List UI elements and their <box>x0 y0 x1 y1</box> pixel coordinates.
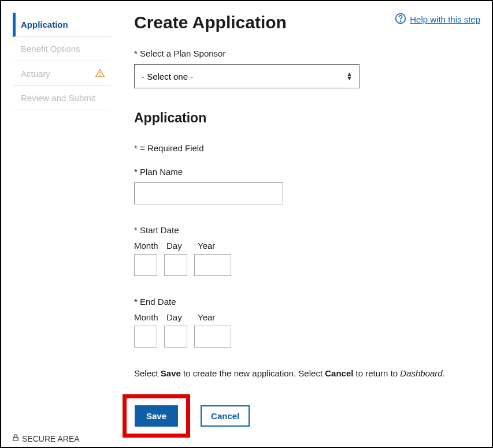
main-content: Create Application Help with this step *… <box>134 13 480 438</box>
sidebar-item-application[interactable]: Application <box>13 13 111 37</box>
secure-area-label: SECURE AREA <box>22 434 80 443</box>
save-highlight: Save <box>123 394 190 438</box>
plan-name-label: * Plan Name <box>134 167 480 177</box>
section-heading: Application <box>134 110 480 126</box>
start-month-input[interactable] <box>134 254 157 276</box>
sidebar-item-label: Review and Submit <box>21 93 95 103</box>
start-date-label: * Start Date <box>134 225 480 235</box>
secure-area-footer: SECURE AREA <box>12 434 80 443</box>
save-button[interactable]: Save <box>135 405 178 427</box>
end-month-input[interactable] <box>134 326 157 348</box>
sidebar: Application Benefit Options Actuary Revi… <box>13 13 111 438</box>
help-icon <box>395 13 406 26</box>
sidebar-item-benefit-options[interactable]: Benefit Options <box>13 37 111 61</box>
required-note: * = Required Field <box>134 143 480 153</box>
sidebar-item-label: Actuary <box>21 69 50 79</box>
sidebar-item-label: Application <box>21 20 68 29</box>
instruction-text: Select Save to create the new applicatio… <box>134 368 480 378</box>
page-title: Create Application <box>134 13 287 32</box>
end-day-label: Day <box>166 312 198 322</box>
start-year-input[interactable] <box>194 254 231 276</box>
svg-point-3 <box>401 21 401 21</box>
end-date-label: * End Date <box>134 297 480 307</box>
plan-name-input[interactable] <box>134 182 283 204</box>
end-year-label: Year <box>198 312 238 322</box>
sponsor-label: * Select a Plan Sponsor <box>134 48 480 58</box>
lock-icon <box>12 434 20 443</box>
start-day-label: Day <box>166 241 198 251</box>
button-row: Save Cancel <box>134 394 480 438</box>
warning-icon <box>95 68 105 79</box>
cancel-button[interactable]: Cancel <box>201 405 250 427</box>
start-date-group: * Start Date Month Day Year <box>134 225 480 276</box>
end-date-group: * End Date Month Day Year <box>134 297 480 348</box>
sidebar-item-label: Benefit Options <box>21 44 80 54</box>
svg-point-1 <box>100 75 101 76</box>
help-link[interactable]: Help with this step <box>395 13 480 26</box>
help-link-label: Help with this step <box>410 14 480 24</box>
sidebar-item-review-submit[interactable]: Review and Submit <box>13 86 111 110</box>
sidebar-item-actuary[interactable]: Actuary <box>13 61 111 86</box>
end-year-input[interactable] <box>194 326 231 348</box>
end-day-input[interactable] <box>164 326 187 348</box>
start-month-label: Month <box>134 241 166 251</box>
start-day-input[interactable] <box>164 254 187 276</box>
svg-rect-4 <box>13 437 18 440</box>
start-year-label: Year <box>198 241 238 251</box>
sponsor-select[interactable]: - Select one - <box>134 64 359 88</box>
end-month-label: Month <box>134 312 166 322</box>
